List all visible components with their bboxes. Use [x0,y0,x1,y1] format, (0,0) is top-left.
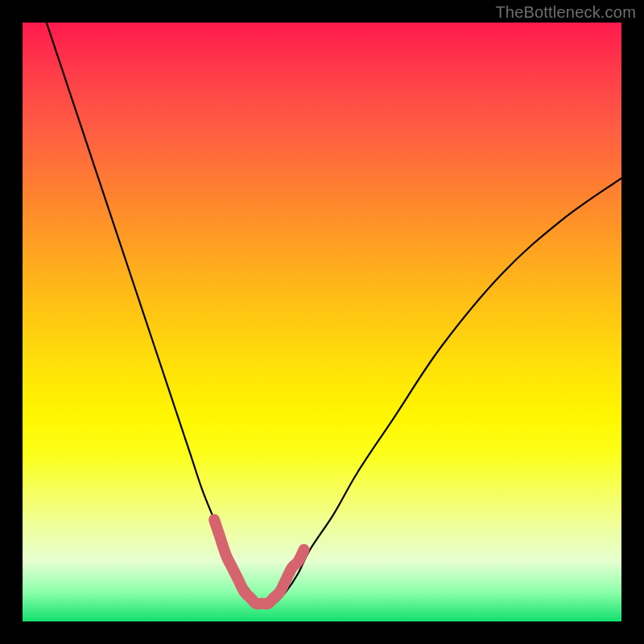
watermark-text: TheBottleneck.com [495,3,636,22]
bottleneck-curve-path [47,23,621,605]
curve-layer [23,23,621,621]
chart-frame: TheBottleneck.com [0,0,644,644]
plot-area [23,23,621,621]
optimal-band-path [214,520,304,605]
